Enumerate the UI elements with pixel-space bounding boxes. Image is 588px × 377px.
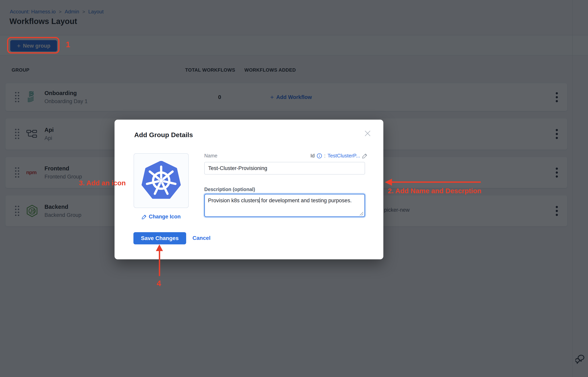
modal-title: Add Group Details bbox=[134, 131, 193, 139]
annotation-step-4: 4 bbox=[157, 279, 161, 288]
group-name-input[interactable] bbox=[204, 162, 365, 175]
annotation-step-3: 3. Add an icon bbox=[79, 179, 126, 187]
description-textarea[interactable]: Provision k8s clusters for development a… bbox=[204, 194, 365, 217]
change-icon-label: Change Icon bbox=[149, 214, 181, 220]
annotation-step-2: 2. Add Name and Descrption bbox=[388, 187, 481, 195]
id-colon: : bbox=[324, 153, 326, 159]
add-group-details-modal: Add Group Details Change Icon Name bbox=[115, 120, 383, 259]
info-icon[interactable] bbox=[317, 153, 322, 159]
id-label: Id bbox=[310, 153, 315, 159]
annotation-arrow-left-icon bbox=[392, 181, 481, 183]
id-value[interactable]: TestClusterP... bbox=[328, 153, 360, 159]
close-icon[interactable] bbox=[363, 129, 372, 138]
annotation-arrowhead-left-icon bbox=[385, 179, 392, 186]
annotation-arrow-up-icon bbox=[159, 248, 160, 276]
edit-id-pencil-icon[interactable] bbox=[362, 153, 368, 159]
annotation-arrowhead-up-icon bbox=[156, 244, 163, 251]
pencil-icon bbox=[142, 214, 147, 219]
cancel-button[interactable]: Cancel bbox=[192, 235, 211, 241]
kubernetes-icon bbox=[141, 161, 181, 200]
annotation-step-1: 1 bbox=[66, 40, 70, 49]
textarea-resize-handle[interactable] bbox=[360, 212, 363, 215]
description-label: Description (optional) bbox=[204, 187, 255, 192]
name-label: Name bbox=[204, 153, 217, 159]
description-text-before-caret: Provision k8s clusters bbox=[208, 198, 259, 203]
group-icon-preview[interactable] bbox=[134, 153, 189, 208]
save-changes-button[interactable]: Save Changes bbox=[133, 232, 186, 244]
description-text-after-caret: for development and testing purposes. bbox=[260, 198, 352, 203]
change-icon-button[interactable]: Change Icon bbox=[134, 214, 189, 220]
